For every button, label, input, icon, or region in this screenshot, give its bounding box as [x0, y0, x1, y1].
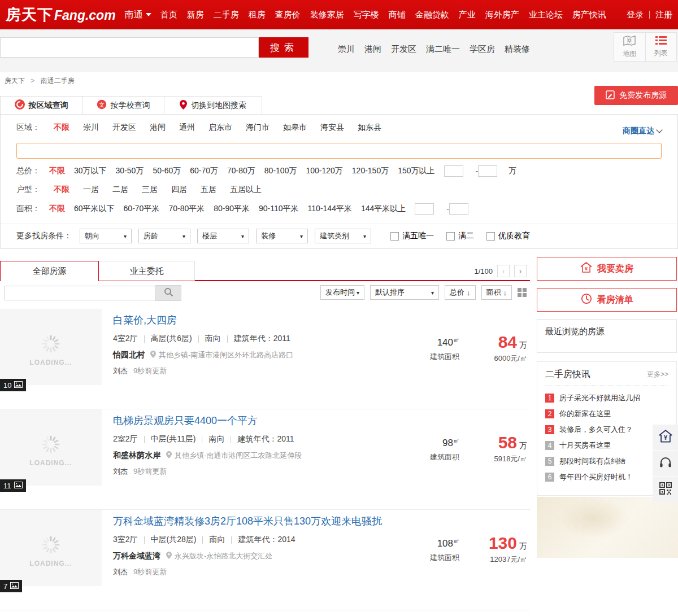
search-input[interactable] — [0, 37, 259, 58]
listing-title[interactable]: 万科金域蓝湾精装修3房2厅108平米只售130万欢迎来电骚扰 — [113, 514, 382, 528]
region-option[interactable]: 启东市 — [208, 123, 232, 133]
region-option[interactable]: 海门市 — [246, 123, 270, 133]
layout-option[interactable]: 三居 — [142, 185, 158, 195]
tab-map-search[interactable]: 切换到地图搜索 — [164, 96, 262, 114]
tab-owner-entrust[interactable]: 业主委托 — [99, 261, 195, 281]
dropdown-floor[interactable]: 楼层▾ — [197, 229, 249, 243]
news-item[interactable]: 6 每年四个买房好时机！ — [545, 469, 668, 485]
region-option[interactable]: 开发区 — [112, 123, 136, 133]
price-option[interactable]: 60-70万 — [190, 166, 218, 176]
nav-item-industry[interactable]: 产业 — [459, 10, 476, 20]
nav-item-office[interactable]: 写字楼 — [354, 10, 379, 20]
nav-item-rent[interactable]: 租房 — [249, 10, 266, 20]
nav-item-loans[interactable]: 金融贷款 — [415, 10, 449, 20]
news-item[interactable]: 2 你的新家在这里 — [545, 406, 668, 422]
biz-circle-link[interactable]: 商圈直达 — [623, 126, 662, 136]
sort-area-button[interactable]: 面积↓ — [481, 285, 512, 300]
news-item[interactable]: 4 十月买房看这里 — [545, 438, 668, 453]
region-option[interactable]: 海安县 — [320, 123, 344, 133]
fang-logo[interactable]: 房天下 Fang.com — [6, 5, 116, 25]
ad-image[interactable] — [537, 497, 678, 558]
price-option[interactable]: 150万以上 — [398, 166, 434, 176]
quick-link-chongchuan[interactable]: 崇川 — [338, 44, 355, 55]
nav-item-secondhand[interactable]: 二手房 — [214, 10, 239, 20]
nav-item-newhouse[interactable]: 新房 — [187, 10, 204, 20]
quick-link-man2[interactable]: 满二唯一 — [426, 44, 460, 55]
price-option[interactable]: 不限 — [49, 166, 65, 176]
area-option[interactable]: 60平米以下 — [74, 204, 115, 214]
area-option[interactable]: 80-90平米 — [214, 204, 250, 214]
checkbox-quality-education[interactable]: 优质教育 — [486, 231, 530, 241]
nav-item-decoration[interactable]: 装修家居 — [310, 10, 344, 20]
area-option[interactable]: 不限 — [49, 204, 65, 214]
sort-publish-time[interactable]: 发布时间▾ — [320, 285, 364, 300]
price-option[interactable]: 100-120万 — [306, 166, 342, 176]
price-option[interactable]: 30-50万 — [116, 166, 144, 176]
price-option[interactable]: 80-100万 — [264, 166, 297, 176]
nav-item-news[interactable]: 房产快讯 — [572, 10, 606, 20]
agent-name[interactable]: 刘杰 — [113, 567, 128, 577]
price-option[interactable]: 30万以下 — [74, 166, 107, 176]
checkbox-full5-unique[interactable]: 满五唯一 — [390, 231, 434, 241]
listing-title[interactable]: 电梯房景观房只要4400一个平方 — [113, 414, 258, 427]
float-sell-button[interactable]: ¥ — [653, 425, 678, 450]
nav-item-home[interactable]: 首页 — [160, 10, 177, 20]
layout-option[interactable]: 四居 — [171, 185, 187, 195]
nav-item-shops[interactable]: 商铺 — [389, 10, 406, 20]
region-option[interactable]: 如皋市 — [283, 123, 307, 133]
region-option[interactable]: 崇川 — [83, 123, 99, 133]
price-max-input[interactable] — [478, 165, 497, 177]
float-qr-button[interactable] — [653, 477, 678, 502]
map-toggle[interactable]: 地图 — [614, 33, 645, 61]
checkbox-full2[interactable]: 满二 — [446, 231, 474, 241]
quick-link-gangzha[interactable]: 港闸 — [364, 44, 381, 55]
layout-option[interactable]: 五居以上 — [230, 185, 262, 195]
next-page-button[interactable]: › — [514, 265, 527, 277]
price-min-input[interactable] — [444, 165, 463, 177]
view-list-button[interactable]: 看房清单 — [537, 288, 677, 312]
price-option[interactable]: 50-60万 — [153, 166, 181, 176]
layout-option[interactable]: 二居 — [112, 185, 128, 195]
price-option[interactable]: 70-80万 — [227, 166, 255, 176]
tab-by-region[interactable]: 按区域查询 — [0, 96, 82, 114]
tab-by-school[interactable]: 文 按学校查询 — [82, 96, 164, 114]
breadcrumb-home[interactable]: 房天下 — [5, 77, 25, 85]
region-option[interactable]: 通州 — [179, 123, 195, 133]
listing-thumbnail[interactable]: LOADING... 10 — [0, 309, 102, 385]
layout-option[interactable]: 五居 — [201, 185, 216, 195]
nav-item-owner-forum[interactable]: 业主论坛 — [529, 10, 563, 20]
news-item[interactable]: 1 房子采光不好就用这几招 — [545, 390, 668, 406]
keyword-filter-input[interactable] — [5, 286, 156, 300]
agent-name[interactable]: 刘杰 — [113, 366, 128, 376]
news-item[interactable]: 3 装修后，多久可入住？ — [545, 422, 668, 438]
agent-name[interactable]: 刘杰 — [113, 466, 128, 477]
area-option[interactable]: 60-70平米 — [124, 204, 160, 214]
quick-link-refined[interactable]: 精装修 — [505, 44, 530, 55]
register-link[interactable]: 注册 — [655, 10, 672, 20]
quick-link-school[interactable]: 学区房 — [470, 44, 495, 55]
tab-all-listings[interactable]: 全部房源 — [0, 261, 99, 281]
news-more-link[interactable]: 更多>> — [647, 370, 668, 379]
community-name[interactable]: 和盛林荫水岸 — [113, 451, 160, 461]
community-name[interactable]: 怡园北村 — [113, 350, 145, 360]
list-toggle[interactable]: 列表 — [646, 33, 677, 61]
sort-price-button[interactable]: 总价↓ — [445, 285, 476, 300]
prev-page-button[interactable]: ‹ — [497, 265, 510, 277]
area-option[interactable]: 110-144平米 — [308, 204, 352, 214]
price-option[interactable]: 120-150万 — [352, 166, 389, 176]
area-option[interactable]: 70-80平米 — [168, 204, 205, 214]
layout-option[interactable]: 一居 — [83, 185, 99, 195]
nav-item-overseas[interactable]: 海外房产 — [485, 10, 519, 20]
region-option[interactable]: 不限 — [54, 123, 69, 133]
login-link[interactable]: 登录 — [627, 10, 644, 20]
layout-option[interactable]: 不限 — [54, 185, 69, 195]
float-service-button[interactable] — [653, 451, 678, 476]
listing-thumbnail[interactable]: LOADING... 11 — [0, 409, 102, 486]
area-option[interactable]: 144平米以上 — [361, 204, 406, 214]
dropdown-building-type[interactable]: 建筑类别▾ — [315, 229, 371, 243]
community-name[interactable]: 万科金域蓝湾 — [113, 551, 160, 561]
area-max-input[interactable] — [449, 203, 468, 215]
sell-house-button[interactable]: ¥ 我要卖房 — [537, 257, 677, 281]
area-min-input[interactable] — [415, 203, 434, 215]
publish-listing-button[interactable]: 免费发布房源 — [594, 86, 678, 105]
